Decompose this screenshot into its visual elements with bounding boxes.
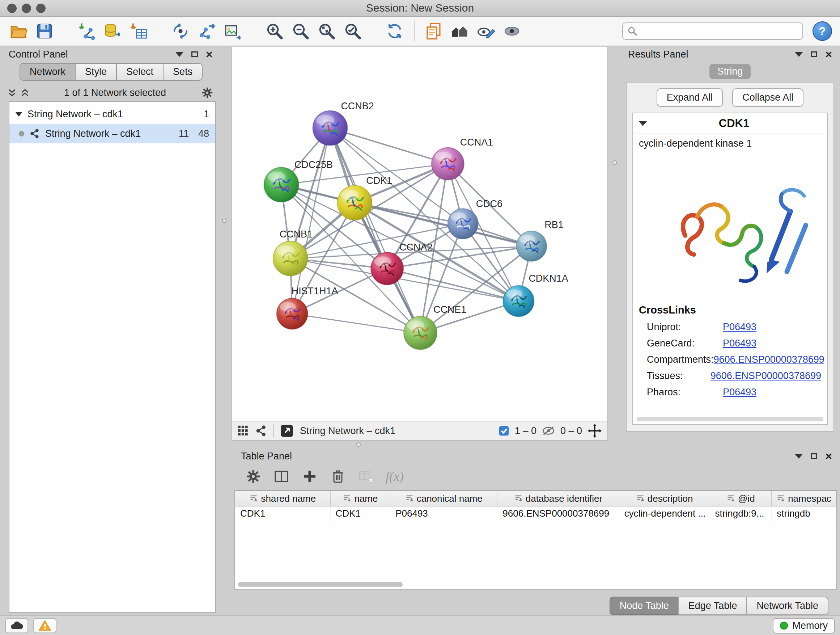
delete-column-icon[interactable]: [329, 468, 347, 485]
gear-icon[interactable]: [201, 86, 214, 100]
search-input[interactable]: [641, 26, 798, 37]
sort-icon: [343, 494, 351, 503]
column-header-namespace[interactable]: namespac: [772, 491, 836, 506]
results-panel-header: Results Panel ×: [623, 47, 837, 62]
import-network-button[interactable]: [76, 20, 97, 42]
hidden-eye-icon[interactable]: [542, 425, 555, 437]
new-network-button[interactable]: [170, 20, 191, 42]
collapse-panel-icon[interactable]: [795, 454, 803, 459]
tab-node-table[interactable]: Node Table: [609, 597, 679, 615]
tab-edge-table[interactable]: Edge Table: [678, 597, 747, 615]
zoom-selected-button[interactable]: [342, 20, 363, 42]
refresh-button[interactable]: [384, 20, 405, 42]
import-network-icon: [77, 21, 96, 41]
zoom-in-icon: [265, 21, 284, 41]
expand-all-icon[interactable]: [7, 88, 17, 97]
tab-select[interactable]: Select: [116, 63, 164, 81]
zoom-fit-button[interactable]: [316, 20, 337, 42]
network-row-selected[interactable]: String Network – cdk1 11 48: [9, 124, 215, 143]
cell-name[interactable]: CDK1: [330, 506, 390, 522]
table-toolbar: f(x): [234, 463, 837, 488]
application-window: Session: New Session ?: [0, 0, 840, 635]
float-panel-icon[interactable]: [191, 51, 198, 57]
show-hide-button[interactable]: [501, 20, 523, 42]
network-share-icon[interactable]: [255, 424, 267, 437]
import-network-from-database-button[interactable]: [102, 20, 123, 42]
table-gear-icon[interactable]: [245, 468, 262, 485]
warning-status-button[interactable]: [33, 618, 57, 633]
column-header-database-identifier[interactable]: database identifier: [497, 491, 619, 506]
close-button[interactable]: [7, 4, 17, 13]
grid-view-icon[interactable]: [237, 424, 249, 437]
crosslink-value-link[interactable]: P06493: [723, 386, 756, 398]
cell-description[interactable]: cyclin-dependent ...: [619, 506, 710, 522]
disclosure-triangle-icon[interactable]: [15, 112, 22, 117]
close-panel-icon[interactable]: ×: [825, 450, 832, 462]
column-header-name[interactable]: name: [330, 491, 390, 506]
home-icon: [450, 21, 470, 41]
cell-database-identifier[interactable]: 9606.ENSP00000378699: [497, 506, 619, 522]
memory-button[interactable]: Memory: [773, 618, 835, 633]
float-panel-icon[interactable]: [811, 51, 817, 57]
zoom-in-button[interactable]: [264, 20, 285, 42]
help-button[interactable]: ?: [813, 21, 832, 41]
horizontal-scrollbar[interactable]: [238, 582, 403, 587]
save-session-button[interactable]: [34, 20, 55, 42]
zoom-out-button[interactable]: [290, 20, 311, 42]
network-arrows-icon: [171, 21, 190, 41]
cell-canonical-name[interactable]: P06493: [390, 506, 497, 522]
pan-crosshair-icon[interactable]: [587, 423, 602, 439]
column-header-id[interactable]: @id: [710, 491, 772, 506]
splitter-grip[interactable]: [356, 442, 361, 447]
tab-style[interactable]: Style: [75, 63, 117, 81]
crosslink-value-link[interactable]: 9606.ENSP00000378699: [711, 371, 821, 382]
splitter-grip[interactable]: [222, 219, 226, 223]
network-canvas[interactable]: CCNB2CCNA1CDC25BCDK1CDC6RB1CCNB1CCNA2CDK…: [232, 47, 607, 421]
table-row[interactable]: CDK1 CDK1 P06493 9606.ENSP00000378699 cy…: [235, 506, 836, 522]
selected-checkbox-icon[interactable]: [498, 425, 510, 437]
close-panel-icon[interactable]: ×: [825, 49, 832, 60]
copy-document-button[interactable]: [423, 20, 444, 42]
collapse-all-icon[interactable]: [20, 88, 30, 97]
gene-collapse-icon[interactable]: [639, 121, 647, 126]
column-header-description[interactable]: description: [619, 491, 710, 506]
add-column-icon[interactable]: [301, 468, 318, 485]
tab-network[interactable]: Network: [19, 63, 76, 81]
crosslink-label: Tissues:: [647, 371, 711, 382]
home-button[interactable]: [449, 20, 470, 42]
export-image-button[interactable]: [222, 20, 243, 42]
cloud-status-button[interactable]: [5, 618, 28, 633]
expand-all-button[interactable]: Expand All: [657, 88, 723, 107]
tab-sets[interactable]: Sets: [163, 63, 202, 81]
close-panel-icon[interactable]: ×: [206, 49, 213, 60]
search-box[interactable]: [622, 22, 803, 40]
column-header-shared-name[interactable]: shared name: [235, 491, 330, 506]
network-graph[interactable]: CCNB2CCNA1CDC25BCDK1CDC6RB1CCNB1CCNA2CDK…: [232, 47, 607, 421]
splitter-grip[interactable]: [613, 160, 617, 165]
birdseye-view-icon[interactable]: [279, 424, 294, 438]
cell-shared-name[interactable]: CDK1: [235, 506, 330, 522]
crosslink-value-link[interactable]: 9606.ENSP00000378699: [714, 354, 824, 365]
collapse-all-button[interactable]: Collapse All: [732, 88, 804, 107]
open-session-button[interactable]: [8, 20, 29, 42]
tab-network-table[interactable]: Network Table: [746, 597, 829, 615]
graphics-details-button[interactable]: [475, 20, 496, 42]
maximize-button[interactable]: [36, 4, 46, 13]
column-header-canonical-name[interactable]: canonical name: [390, 491, 497, 506]
collapse-panel-icon[interactable]: [175, 52, 183, 57]
cell-id[interactable]: stringdb:9...: [710, 506, 772, 522]
crosslink-value-link[interactable]: P06493: [723, 321, 756, 333]
import-table-button[interactable]: [128, 20, 149, 42]
float-panel-icon[interactable]: [811, 453, 817, 459]
node-table: shared name name canonical name database…: [234, 490, 837, 590]
collapse-panel-icon[interactable]: [795, 52, 803, 57]
network-collection-row[interactable]: String Network – cdk1 1: [9, 104, 215, 124]
string-tab-badge[interactable]: String: [709, 64, 751, 79]
cell-namespace[interactable]: stringdb: [772, 506, 836, 522]
select-columns-icon[interactable]: [273, 468, 290, 485]
export-network-button[interactable]: [196, 20, 217, 42]
minimize-button[interactable]: [22, 4, 31, 13]
function-builder-button[interactable]: f(x): [386, 469, 404, 484]
crosslink-value-link[interactable]: P06493: [723, 338, 756, 349]
results-scrollbar[interactable]: [637, 417, 823, 421]
